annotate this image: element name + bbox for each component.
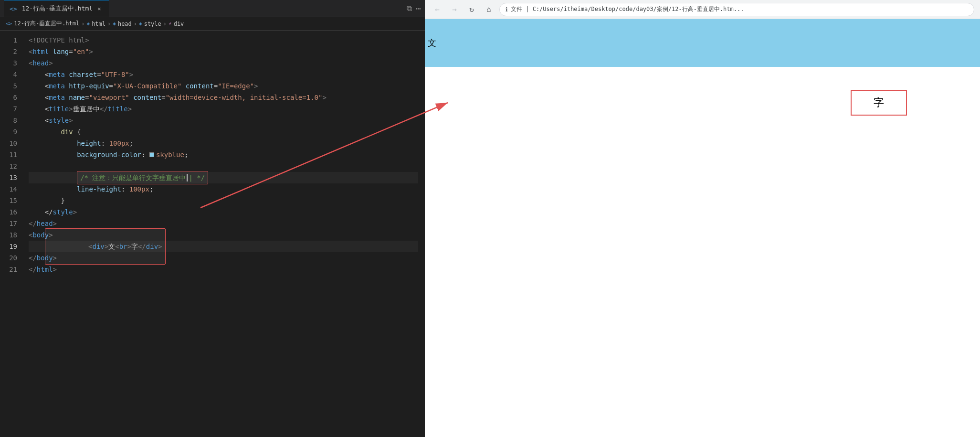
code-token: >	[158, 243, 162, 250]
code-token: =	[85, 92, 89, 103]
code-token: =	[161, 92, 165, 103]
reload-icon: ↻	[469, 5, 474, 14]
code-token: </	[100, 103, 108, 115]
code-token: </	[29, 218, 37, 229]
code-token: </	[29, 206, 53, 218]
code-line-7: <title>垂直居中</title>	[29, 103, 418, 115]
code-token: >	[254, 80, 258, 92]
code-token: style	[53, 206, 73, 218]
code-line-17: </head>	[29, 218, 418, 229]
line-19-highlight-box: <div>文<br>字</div>	[45, 228, 166, 265]
breadcrumb-file: <> 12-行高-垂直居中.html	[6, 20, 79, 28]
code-area[interactable]: 1 2 3 4 5 6 7 8 9 10 11 12 13 14 15 16 1…	[0, 31, 425, 437]
editor-panel: <> 12-行高-垂直居中.html ✕ ⧉ ⋯ <> 12-行高-垂直居中.h…	[0, 0, 425, 437]
tab-close-button[interactable]: ✕	[95, 5, 103, 12]
code-token: content	[181, 80, 213, 92]
browser-content: 文 字	[425, 19, 980, 437]
code-line-21: </html>	[29, 264, 418, 275]
code-token: >	[105, 243, 108, 250]
code-token: :	[121, 183, 129, 195]
ln-15: 15	[0, 195, 17, 206]
ln-19: 19	[0, 241, 17, 252]
code-token: br	[119, 243, 127, 250]
code-token: background-color	[77, 149, 141, 160]
breadcrumb-div-label: div	[174, 21, 184, 27]
code-content[interactable]: <!DOCTYPE html> <html lang="en"> <head> …	[25, 31, 418, 437]
code-token	[29, 149, 77, 160]
code-token: =	[97, 69, 101, 80]
preview-styled-div: 文	[425, 19, 980, 67]
split-editor-button[interactable]: ⧉	[407, 4, 412, 13]
code-token: ;	[129, 138, 133, 149]
code-token	[29, 126, 61, 138]
breadcrumb-html: ◈ html	[87, 21, 106, 27]
code-line-1: <!DOCTYPE html>	[29, 34, 418, 46]
line-13-highlight-box: /* 注意：只能是单行文字垂直居中| */	[77, 171, 208, 184]
preview-zi-text: 字	[874, 96, 884, 110]
code-token: <	[29, 92, 49, 103]
code-token	[29, 241, 45, 252]
code-token: >	[49, 57, 53, 69]
code-token: head	[37, 218, 53, 229]
code-token: >	[53, 252, 57, 264]
home-icon: ⌂	[486, 5, 491, 14]
code-token: div	[146, 243, 158, 250]
code-line-2: <html lang="en">	[29, 46, 418, 57]
home-button[interactable]: ⌂	[482, 3, 495, 16]
forward-button[interactable]: →	[448, 3, 461, 16]
active-tab[interactable]: <> 12-行高-垂直居中.html ✕	[4, 0, 109, 17]
code-token: http-equiv	[65, 80, 109, 92]
ln-10: 10	[0, 138, 17, 149]
code-token: content	[129, 92, 161, 103]
ln-11: 11	[0, 149, 17, 160]
code-line-4: <meta charset="UTF-8">	[29, 69, 418, 80]
tab-bar: <> 12-行高-垂直居中.html ✕ ⧉ ⋯	[0, 0, 425, 17]
code-token: meta	[49, 69, 65, 80]
code-token: html	[37, 264, 53, 275]
code-token	[29, 138, 77, 149]
code-token: "viewport"	[89, 92, 129, 103]
code-line-6: <meta name="viewport" content="width=dev…	[29, 92, 418, 103]
code-token: ;	[184, 149, 188, 160]
address-bar[interactable]: ℹ 文件 | C:/Users/itheima/Desktop/code/day…	[499, 3, 974, 16]
code-line-5: <meta http-equiv="X-UA-Compatible" conte…	[29, 80, 418, 92]
code-token: =	[109, 80, 113, 92]
breadcrumb-style-label: style	[144, 21, 161, 27]
breadcrumb-div: ⚡ div	[169, 21, 184, 27]
browser-panel: ← → ↻ ⌂ ℹ 文件 | C:/Users/itheima/Desktop/…	[425, 0, 980, 437]
ln-20: 20	[0, 252, 17, 264]
code-token: >	[53, 218, 57, 229]
ln-5: 5	[0, 80, 17, 92]
breadcrumb-sep-1: ›	[81, 21, 84, 27]
code-line-12	[29, 160, 418, 172]
code-token: </	[29, 264, 37, 275]
ln-16: 16	[0, 206, 17, 218]
code-token: "X-UA-Compatible"	[113, 80, 181, 92]
code-token: div	[61, 126, 77, 138]
code-line-8: <style>	[29, 115, 418, 126]
code-token: html	[32, 46, 49, 57]
back-button[interactable]: ←	[431, 3, 444, 16]
breadcrumb-sep-4: ›	[163, 21, 167, 27]
more-actions-button[interactable]: ⋯	[416, 3, 421, 13]
reload-button[interactable]: ↻	[465, 3, 478, 16]
code-token	[29, 183, 77, 195]
breadcrumb-head: ◈ head	[113, 21, 132, 27]
code-token: div	[92, 243, 104, 250]
code-token: ;	[149, 183, 153, 195]
preview-text-wen: 文	[428, 38, 436, 48]
breadcrumb-style: ◈ style	[139, 21, 161, 27]
code-token: charset	[65, 69, 97, 80]
code-token: :	[101, 138, 109, 149]
code-token: line-height	[77, 183, 121, 195]
code-token: <	[29, 57, 32, 69]
code-token	[29, 172, 77, 183]
code-line-11: background-color: skyblue;	[29, 149, 418, 160]
code-token: "UTF-8"	[101, 69, 129, 80]
editor-scrollbar[interactable]	[418, 31, 425, 437]
code-token: 字	[131, 243, 138, 250]
tab-label: 12-行高-垂直居中.html	[22, 4, 93, 13]
breadcrumb: <> 12-行高-垂直居中.html › ◈ html › ◈ head › ◈…	[0, 17, 425, 31]
code-token	[29, 195, 61, 206]
ln-9: 9	[0, 126, 17, 138]
